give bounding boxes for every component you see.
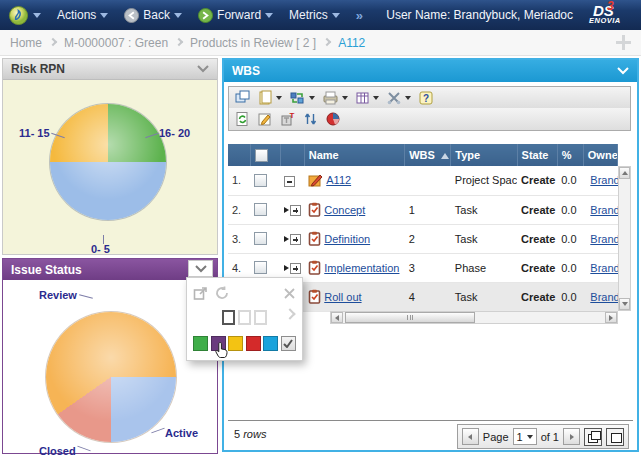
windows-icon: [235, 90, 251, 106]
expand-icon[interactable]: [290, 263, 301, 274]
color-swatch-red[interactable]: [246, 336, 261, 351]
prev-page-button[interactable]: [462, 428, 479, 445]
popup-size-options: [193, 308, 296, 326]
chevron-down-icon[interactable]: [617, 67, 629, 75]
refresh-button[interactable]: [233, 110, 252, 128]
owner-link[interactable]: Brandy: [590, 174, 617, 186]
pattern-swatch-check[interactable]: [281, 336, 296, 351]
col-type[interactable]: Type: [451, 144, 517, 166]
breadcrumb-home[interactable]: Home: [10, 36, 42, 50]
triangle-left-icon: [335, 315, 339, 321]
col-owner[interactable]: Owner: [583, 144, 617, 166]
scroll-left-button[interactable]: [331, 312, 343, 323]
breadcrumb-project[interactable]: M-0000007 : Green: [64, 36, 168, 50]
row-checkbox[interactable]: [254, 261, 267, 274]
actions-menu[interactable]: Actions: [49, 8, 116, 22]
name-link[interactable]: A112: [326, 174, 351, 186]
chevron-right-icon: [175, 38, 183, 46]
size-option-large[interactable]: [254, 310, 267, 325]
color-swatch-green[interactable]: [193, 336, 208, 351]
chevron-down-icon: [100, 13, 108, 18]
page-select[interactable]: 1: [513, 428, 537, 445]
refresh-icon[interactable]: [214, 285, 230, 301]
table-row[interactable]: 2. Concept 1 Task Create 0.0 Brandy: [228, 195, 618, 224]
issue-panel-collapse-button[interactable]: [188, 260, 213, 277]
single-view-button[interactable]: [606, 428, 624, 446]
col-wbs[interactable]: WBS: [405, 144, 451, 166]
metrics-menu[interactable]: Metrics: [281, 8, 348, 22]
pagination: Page 1 of 1: [457, 424, 629, 449]
logo-name-text: ENOVIA: [589, 16, 621, 25]
pie-label-0-5: 0- 5: [91, 243, 110, 255]
edit-button[interactable]: [255, 110, 275, 128]
size-option-medium[interactable]: [238, 310, 251, 325]
wbs-cell: 2: [405, 224, 451, 253]
vertical-scrollbar[interactable]: [618, 166, 631, 311]
color-swatch-yellow[interactable]: [228, 336, 243, 351]
expand-icon[interactable]: [290, 234, 301, 245]
col-pct[interactable]: %: [557, 144, 583, 166]
owner-link[interactable]: Brandy: [590, 204, 617, 216]
breadcrumb-products[interactable]: Products in Review [ 2 ]: [190, 36, 316, 50]
page-label: Page: [483, 431, 509, 443]
scroll-up-button[interactable]: [619, 167, 630, 179]
wbs-cell: [405, 166, 451, 195]
row-checkbox[interactable]: [254, 232, 267, 245]
wbs-toolbar-primary: ?: [228, 86, 631, 109]
owner-link[interactable]: Brandy: [590, 233, 617, 245]
row-checkbox[interactable]: [254, 174, 267, 187]
add-structure-button[interactable]: T: [278, 110, 298, 128]
assign-button[interactable]: [287, 89, 317, 107]
print-button[interactable]: [320, 89, 350, 107]
task-icon: [308, 202, 321, 217]
risk-rpn-pie[interactable]: [50, 104, 166, 220]
back-button[interactable]: Back: [116, 8, 190, 23]
chart-button[interactable]: [323, 110, 343, 128]
scroll-down-button[interactable]: [619, 298, 630, 310]
plus-icon[interactable]: [616, 35, 631, 50]
owner-link[interactable]: Brandy: [590, 291, 617, 303]
collapse-icon[interactable]: [284, 176, 295, 187]
project-icon: [308, 173, 323, 188]
chevron-down-icon[interactable]: [197, 65, 209, 73]
logo-3-text: 3: [607, 0, 614, 13]
pie-chart-icon: [325, 111, 341, 127]
row-checkbox[interactable]: [254, 203, 267, 216]
popout-icon[interactable]: [193, 286, 208, 301]
table-row[interactable]: 3. Definition 2 Task Create 0.0 Brandy: [228, 224, 618, 253]
compass-menu[interactable]: [0, 5, 49, 26]
next-page-button[interactable]: [563, 428, 580, 445]
tools-button[interactable]: [384, 89, 413, 107]
chevron-right-icon[interactable]: [284, 308, 295, 319]
table-row[interactable]: 1. A112 Project Space Create 0.0 Brandy: [228, 166, 618, 195]
cascade-view-button[interactable]: [584, 428, 602, 446]
printer-icon: [322, 90, 339, 106]
top-navbar: Actions Back Forward Metrics » User Name…: [0, 0, 641, 30]
sort-button[interactable]: [301, 110, 320, 128]
size-option-small[interactable]: [222, 310, 235, 325]
windows-button[interactable]: [233, 89, 253, 107]
forward-button[interactable]: Forward: [190, 8, 281, 23]
more-menus-button[interactable]: »: [348, 8, 370, 23]
col-select-all[interactable]: [250, 144, 280, 166]
col-state[interactable]: State: [517, 144, 557, 166]
owner-link[interactable]: Brandy: [590, 262, 617, 274]
help-button[interactable]: ?: [416, 89, 436, 107]
name-link[interactable]: Roll out: [324, 291, 361, 303]
scrollbar-thumb[interactable]: [345, 312, 475, 323]
state-cell: Create: [517, 195, 557, 224]
new-document-button[interactable]: [256, 89, 284, 107]
close-icon[interactable]: [283, 287, 296, 300]
scroll-right-button[interactable]: [605, 312, 617, 323]
select-all-checkbox[interactable]: [255, 149, 268, 162]
horizontal-scrollbar[interactable]: [330, 311, 618, 324]
issue-status-pie[interactable]: [46, 312, 176, 442]
pct-cell: 0.0: [557, 195, 583, 224]
color-swatch-blue[interactable]: [263, 336, 278, 351]
name-link[interactable]: Definition: [324, 233, 370, 245]
col-name[interactable]: Name: [304, 144, 404, 166]
expand-icon[interactable]: [290, 205, 301, 216]
name-link[interactable]: Implementation: [324, 262, 399, 274]
name-link[interactable]: Concept: [324, 204, 365, 216]
table-view-button[interactable]: [353, 89, 381, 107]
